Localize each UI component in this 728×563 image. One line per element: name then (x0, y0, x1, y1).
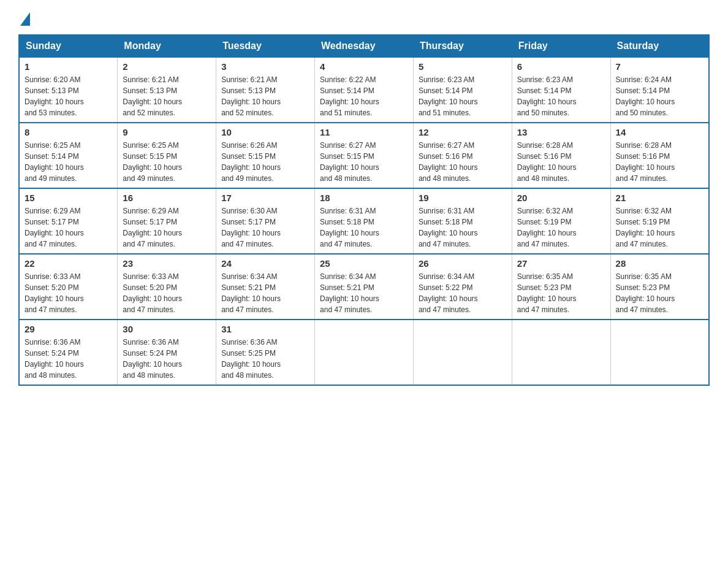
day-number: 8 (25, 127, 112, 137)
calendar-cell: 19 Sunrise: 6:31 AM Sunset: 5:18 PM Dayl… (413, 188, 512, 254)
day-info: Sunrise: 6:21 AM Sunset: 5:13 PM Dayligh… (123, 74, 211, 118)
day-number: 11 (320, 127, 408, 137)
day-number: 23 (123, 258, 211, 269)
day-number: 30 (123, 324, 211, 334)
calendar-cell (315, 320, 414, 385)
calendar-cell: 14 Sunrise: 6:28 AM Sunset: 5:16 PM Dayl… (610, 123, 709, 188)
day-info: Sunrise: 6:36 AM Sunset: 5:25 PM Dayligh… (221, 337, 309, 381)
calendar-cell: 7 Sunrise: 6:24 AM Sunset: 5:14 PM Dayli… (610, 57, 709, 123)
day-info: Sunrise: 6:36 AM Sunset: 5:24 PM Dayligh… (25, 337, 112, 381)
day-info: Sunrise: 6:26 AM Sunset: 5:15 PM Dayligh… (221, 140, 309, 184)
calendar-week-5: 29 Sunrise: 6:36 AM Sunset: 5:24 PM Dayl… (19, 320, 709, 385)
calendar-cell: 4 Sunrise: 6:22 AM Sunset: 5:14 PM Dayli… (315, 57, 414, 123)
day-info: Sunrise: 6:22 AM Sunset: 5:14 PM Dayligh… (320, 74, 408, 118)
day-info: Sunrise: 6:36 AM Sunset: 5:24 PM Dayligh… (123, 337, 211, 381)
calendar-cell: 12 Sunrise: 6:27 AM Sunset: 5:16 PM Dayl… (413, 123, 512, 188)
day-number: 13 (517, 127, 605, 137)
day-info: Sunrise: 6:32 AM Sunset: 5:19 PM Dayligh… (517, 205, 605, 250)
day-info: Sunrise: 6:35 AM Sunset: 5:23 PM Dayligh… (517, 271, 605, 315)
calendar-cell: 9 Sunrise: 6:25 AM Sunset: 5:15 PM Dayli… (118, 123, 216, 188)
calendar-cell: 2 Sunrise: 6:21 AM Sunset: 5:13 PM Dayli… (118, 57, 216, 123)
day-info: Sunrise: 6:35 AM Sunset: 5:23 PM Dayligh… (616, 271, 703, 315)
calendar-cell: 30 Sunrise: 6:36 AM Sunset: 5:24 PM Dayl… (118, 320, 216, 385)
day-info: Sunrise: 6:24 AM Sunset: 5:14 PM Dayligh… (616, 74, 703, 118)
weekday-header-thursday: Thursday (413, 35, 512, 57)
calendar-cell: 27 Sunrise: 6:35 AM Sunset: 5:23 PM Dayl… (512, 254, 610, 320)
day-number: 29 (25, 324, 112, 334)
weekday-header-row: SundayMondayTuesdayWednesdayThursdayFrid… (19, 35, 709, 57)
day-info: Sunrise: 6:34 AM Sunset: 5:21 PM Dayligh… (221, 271, 309, 315)
day-number: 24 (221, 258, 309, 269)
calendar-cell: 22 Sunrise: 6:33 AM Sunset: 5:20 PM Dayl… (19, 254, 118, 320)
day-number: 21 (616, 193, 703, 203)
day-info: Sunrise: 6:33 AM Sunset: 5:20 PM Dayligh… (123, 271, 211, 315)
weekday-header-friday: Friday (512, 35, 610, 57)
calendar-header: SundayMondayTuesdayWednesdayThursdayFrid… (19, 35, 709, 57)
calendar-cell: 5 Sunrise: 6:23 AM Sunset: 5:14 PM Dayli… (413, 57, 512, 123)
day-number: 3 (221, 61, 309, 72)
calendar-cell: 13 Sunrise: 6:28 AM Sunset: 5:16 PM Dayl… (512, 123, 610, 188)
day-number: 28 (616, 258, 703, 269)
calendar-cell: 15 Sunrise: 6:29 AM Sunset: 5:17 PM Dayl… (19, 188, 118, 254)
day-number: 10 (221, 127, 309, 137)
day-number: 31 (221, 324, 309, 334)
day-info: Sunrise: 6:30 AM Sunset: 5:17 PM Dayligh… (221, 205, 309, 250)
calendar-cell: 29 Sunrise: 6:36 AM Sunset: 5:24 PM Dayl… (19, 320, 118, 385)
day-number: 20 (517, 193, 605, 203)
day-info: Sunrise: 6:27 AM Sunset: 5:16 PM Dayligh… (419, 140, 507, 184)
calendar-cell (610, 320, 709, 385)
logo-triangle-icon (20, 12, 30, 26)
day-info: Sunrise: 6:29 AM Sunset: 5:17 PM Dayligh… (25, 205, 112, 250)
calendar-week-1: 1 Sunrise: 6:20 AM Sunset: 5:13 PM Dayli… (19, 57, 709, 123)
calendar-week-3: 15 Sunrise: 6:29 AM Sunset: 5:17 PM Dayl… (19, 188, 709, 254)
weekday-header-sunday: Sunday (19, 35, 118, 57)
day-info: Sunrise: 6:33 AM Sunset: 5:20 PM Dayligh… (25, 271, 112, 315)
logo-top (18, 12, 30, 27)
calendar-table: SundayMondayTuesdayWednesdayThursdayFrid… (18, 34, 710, 386)
calendar-cell: 21 Sunrise: 6:32 AM Sunset: 5:19 PM Dayl… (610, 188, 709, 254)
day-info: Sunrise: 6:20 AM Sunset: 5:13 PM Dayligh… (25, 74, 112, 118)
calendar-cell: 16 Sunrise: 6:29 AM Sunset: 5:17 PM Dayl… (118, 188, 216, 254)
calendar-cell: 24 Sunrise: 6:34 AM Sunset: 5:21 PM Dayl… (216, 254, 315, 320)
day-info: Sunrise: 6:25 AM Sunset: 5:15 PM Dayligh… (123, 140, 211, 184)
calendar-cell: 28 Sunrise: 6:35 AM Sunset: 5:23 PM Dayl… (610, 254, 709, 320)
day-number: 27 (517, 258, 605, 269)
calendar-cell: 3 Sunrise: 6:21 AM Sunset: 5:13 PM Dayli… (216, 57, 315, 123)
calendar-cell (512, 320, 610, 385)
day-number: 9 (123, 127, 211, 137)
day-number: 6 (517, 61, 605, 72)
day-number: 14 (616, 127, 703, 137)
calendar-cell: 8 Sunrise: 6:25 AM Sunset: 5:14 PM Dayli… (19, 123, 118, 188)
day-number: 22 (25, 258, 112, 269)
day-info: Sunrise: 6:21 AM Sunset: 5:13 PM Dayligh… (221, 74, 309, 118)
day-info: Sunrise: 6:31 AM Sunset: 5:18 PM Dayligh… (419, 205, 507, 250)
day-info: Sunrise: 6:31 AM Sunset: 5:18 PM Dayligh… (320, 205, 408, 250)
weekday-header-tuesday: Tuesday (216, 35, 315, 57)
day-number: 26 (419, 258, 507, 269)
day-number: 18 (320, 193, 408, 203)
logo (18, 12, 30, 22)
day-info: Sunrise: 6:29 AM Sunset: 5:17 PM Dayligh… (123, 205, 211, 250)
day-number: 2 (123, 61, 211, 72)
weekday-header-wednesday: Wednesday (315, 35, 414, 57)
day-number: 4 (320, 61, 408, 72)
calendar-body: 1 Sunrise: 6:20 AM Sunset: 5:13 PM Dayli… (19, 57, 709, 385)
day-number: 25 (320, 258, 408, 269)
day-info: Sunrise: 6:34 AM Sunset: 5:21 PM Dayligh… (320, 271, 408, 315)
day-number: 16 (123, 193, 211, 203)
calendar-cell: 26 Sunrise: 6:34 AM Sunset: 5:22 PM Dayl… (413, 254, 512, 320)
day-number: 12 (419, 127, 507, 137)
calendar-cell: 23 Sunrise: 6:33 AM Sunset: 5:20 PM Dayl… (118, 254, 216, 320)
day-number: 17 (221, 193, 309, 203)
day-number: 1 (25, 61, 112, 72)
day-info: Sunrise: 6:25 AM Sunset: 5:14 PM Dayligh… (25, 140, 112, 184)
day-info: Sunrise: 6:28 AM Sunset: 5:16 PM Dayligh… (517, 140, 605, 184)
day-number: 5 (419, 61, 507, 72)
day-info: Sunrise: 6:32 AM Sunset: 5:19 PM Dayligh… (616, 205, 703, 250)
day-info: Sunrise: 6:23 AM Sunset: 5:14 PM Dayligh… (419, 74, 507, 118)
calendar-cell: 25 Sunrise: 6:34 AM Sunset: 5:21 PM Dayl… (315, 254, 414, 320)
day-number: 19 (419, 193, 507, 203)
day-info: Sunrise: 6:28 AM Sunset: 5:16 PM Dayligh… (616, 140, 703, 184)
calendar-cell: 11 Sunrise: 6:27 AM Sunset: 5:15 PM Dayl… (315, 123, 414, 188)
day-info: Sunrise: 6:34 AM Sunset: 5:22 PM Dayligh… (419, 271, 507, 315)
